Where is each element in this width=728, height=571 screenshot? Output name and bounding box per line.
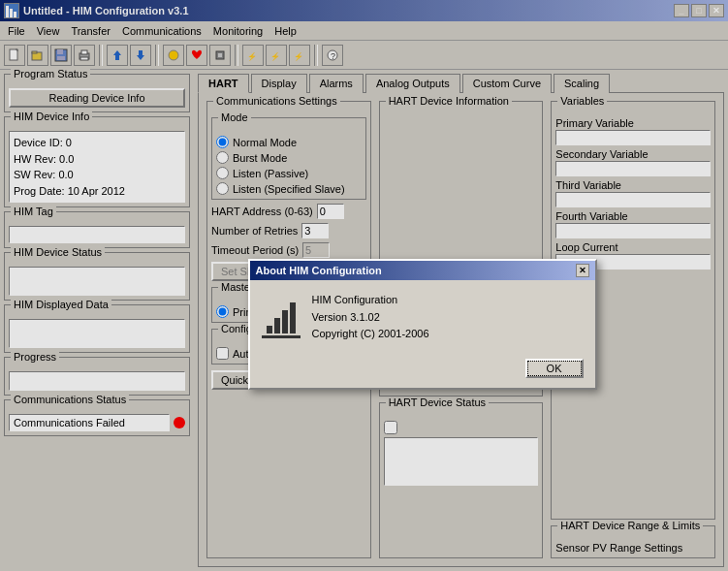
about-title-bar: About HIM Configuration ✕ xyxy=(250,261,595,280)
bar1 xyxy=(267,326,272,333)
about-icon-bars xyxy=(267,302,296,333)
about-copyright: Copyright (C) 2001-2006 xyxy=(312,326,584,343)
about-close-button[interactable]: ✕ xyxy=(576,264,589,277)
icon-base xyxy=(262,335,301,338)
bar3 xyxy=(282,310,288,333)
about-dialog-title: About HIM Configuration xyxy=(256,265,382,276)
about-ok-button[interactable]: OK xyxy=(525,359,584,378)
about-icon xyxy=(262,292,301,338)
about-text: HIM Configuration Version 3.1.02 Copyrig… xyxy=(312,292,584,343)
about-footer: OK xyxy=(250,355,595,388)
bar4 xyxy=(290,302,296,333)
about-version: Version 3.1.02 xyxy=(312,309,584,327)
about-dialog: About HIM Configuration ✕ HIM Configurat… xyxy=(248,259,597,390)
modal-overlay: About HIM Configuration ✕ HIM Configurat… xyxy=(0,0,728,571)
about-app-name: HIM Configuration xyxy=(312,292,584,309)
about-content: HIM Configuration Version 3.1.02 Copyrig… xyxy=(250,280,595,355)
bar2 xyxy=(274,318,280,333)
